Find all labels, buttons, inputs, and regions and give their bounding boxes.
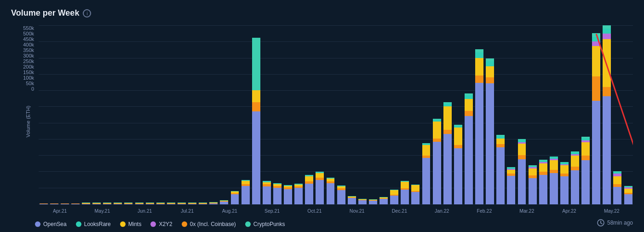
bar-segment-zerox	[550, 170, 558, 173]
bar-segment-cryptopunks	[592, 33, 600, 37]
bar-segment-zerox	[581, 156, 590, 160]
y-tick-550k: 550k	[23, 25, 34, 31]
chart-title-row: Volume per Week i	[11, 8, 633, 18]
y-tick-400k: 400k	[23, 42, 34, 47]
bar-group	[390, 25, 399, 204]
info-icon[interactable]: i	[83, 9, 91, 17]
bar-group	[272, 25, 282, 204]
bar-segment-mints	[242, 181, 250, 185]
bar-segment-opensea	[103, 204, 111, 204]
bar-segment-zerox	[443, 130, 452, 134]
bar-segment-mints	[518, 144, 526, 155]
bar-segment-opensea	[560, 176, 569, 204]
bar-group	[549, 25, 558, 204]
bar-group	[251, 25, 261, 204]
bar-segment-opensea	[40, 204, 48, 204]
x-axis: Apr.21May.21Jun.21Jul.21Aug.21Sep.21Oct.…	[39, 204, 633, 217]
bar-segment-mints	[411, 185, 420, 191]
bar-segment-mints	[433, 122, 441, 139]
bar-segment-zerox	[571, 167, 579, 170]
bar-group	[294, 25, 304, 204]
bar-group	[103, 25, 112, 204]
bar-segment-x2y2	[592, 41, 600, 46]
bar-group	[464, 25, 473, 204]
y-tick-450k: 450k	[23, 36, 34, 42]
bar-group	[219, 25, 229, 204]
legend-item-x2y2: X2Y2	[150, 221, 172, 227]
bar-group	[496, 25, 506, 204]
bar-segment-looksrare	[486, 61, 494, 66]
bar-segment-opensea	[422, 158, 431, 204]
bar-group	[145, 25, 155, 204]
bar-segment-mints	[613, 176, 621, 185]
bars-container	[39, 25, 633, 204]
bar-group	[474, 25, 484, 204]
bar-segment-opensea	[242, 186, 250, 204]
legend-item-opensea: OpenSea	[35, 221, 67, 227]
legend-label-zerox: 0x (Incl. Coinbase)	[190, 221, 236, 227]
bar-segment-opensea	[411, 192, 420, 204]
bar-segment-opensea	[465, 116, 473, 204]
chart-main: Apr.21May.21Jun.21Jul.21Aug.21Sep.21Oct.…	[39, 25, 633, 217]
bar-segment-mints	[507, 170, 515, 174]
bar-group	[283, 25, 293, 204]
bar-segment-opensea	[358, 200, 367, 204]
bar-segment-mints	[475, 58, 483, 75]
bar-segment-opensea	[529, 178, 537, 204]
y-axis: 550k 500k 450k 400k 350k 300k 250k 200k …	[11, 25, 39, 104]
bar-group	[336, 25, 346, 204]
x-label: Apr.22	[548, 208, 590, 214]
bar-segment-opensea	[92, 204, 101, 204]
bar-segment-opensea	[50, 204, 58, 204]
bar-segment-looksrare	[603, 29, 611, 34]
legend-item-mints: Mints	[120, 221, 142, 227]
bar-segment-mints	[496, 139, 505, 145]
bar-segment-mints	[529, 168, 537, 176]
legend-label-x2y2: X2Y2	[159, 221, 172, 227]
y-tick-50k: 50k	[26, 81, 34, 86]
legend-item-zerox: 0x (Incl. Coinbase)	[182, 221, 236, 227]
bar-segment-zerox	[454, 145, 462, 148]
bar-group	[60, 25, 69, 204]
bar-segment-opensea	[167, 204, 175, 204]
bar-group	[198, 25, 208, 204]
bar-segment-looksrare	[592, 37, 600, 41]
x-label: Sep.21	[251, 208, 293, 214]
bar-group	[326, 25, 335, 204]
legend-label-looksrare: LooksRare	[84, 221, 111, 227]
bar-segment-zerox	[486, 77, 494, 83]
bar-segment-opensea	[146, 204, 154, 204]
bars-and-grid	[39, 25, 633, 204]
bar-segment-opensea	[592, 101, 600, 204]
bar-segment-mints	[560, 165, 569, 174]
bar-segment-opensea	[613, 187, 621, 204]
bar-group	[70, 25, 80, 204]
y-tick-0: 0	[31, 86, 34, 92]
bar-segment-opensea	[178, 204, 186, 204]
legend-label-cryptopunks: CryptoPunks	[253, 221, 285, 227]
bar-group	[262, 25, 271, 204]
bar-group	[230, 25, 240, 204]
bar-group	[432, 25, 442, 204]
bar-segment-opensea	[294, 188, 303, 204]
bar-segment-opensea	[220, 202, 228, 204]
bar-segment-x2y2	[603, 34, 611, 39]
x-label: May.21	[81, 208, 123, 214]
bar-group	[166, 25, 176, 204]
bar-segment-zerox	[603, 87, 611, 96]
bar-segment-opensea	[71, 204, 80, 204]
bar-group	[538, 25, 548, 204]
bar-group	[241, 25, 250, 204]
legend: OpenSea LooksRare Mints X2Y2 0x (Incl. C…	[11, 217, 633, 227]
bar-group	[357, 25, 367, 204]
bar-group	[81, 25, 91, 204]
y-tick-200k: 200k	[23, 64, 34, 70]
legend-label-opensea: OpenSea	[43, 221, 67, 227]
bar-group	[124, 25, 133, 204]
bar-segment-opensea	[337, 190, 345, 204]
bar-group	[155, 25, 165, 204]
bar-segment-opensea	[550, 173, 558, 204]
x-label: Dec.21	[378, 208, 420, 214]
bar-segment-mints	[603, 39, 611, 87]
x-label: Feb.22	[463, 208, 506, 214]
